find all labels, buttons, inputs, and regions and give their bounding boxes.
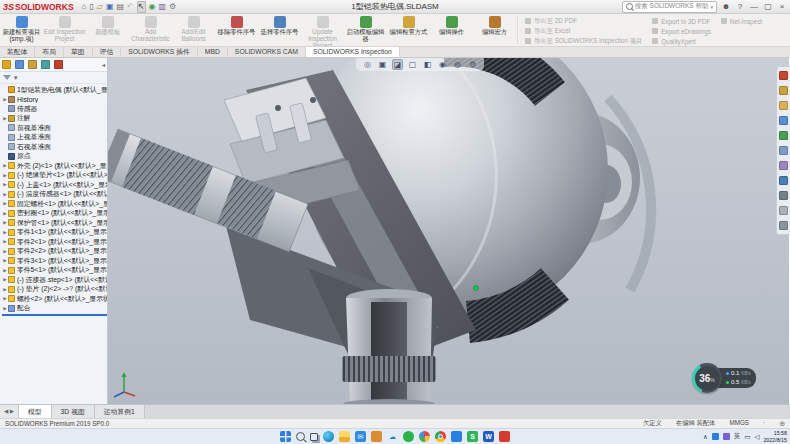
orientation-triad[interactable]	[111, 370, 137, 398]
update-inspection-project-button[interactable]: Update Inspection Project	[301, 14, 344, 46]
dimxpertmanager-tab[interactable]	[41, 60, 50, 69]
configurationmanager-tab[interactable]	[28, 60, 37, 69]
model-tab[interactable]: 模型	[19, 405, 52, 418]
tree-item[interactable]: ▶ (-) 垫片 (2)<2> ->? (默认<<默认>	[2, 285, 107, 295]
tree-rollback-bar[interactable]	[2, 314, 107, 316]
edge-icon[interactable]	[323, 431, 334, 442]
home-icon[interactable]: ⌂	[82, 2, 87, 12]
edit-appearance-icon[interactable]: ◍	[452, 59, 463, 70]
tree-item[interactable]: ▶ 零件2<2> (默认<<默认>_显示状态	[2, 247, 107, 257]
search-dropdown-icon[interactable]: ▾	[710, 4, 713, 10]
tree-item[interactable]: 上视基准面	[2, 133, 107, 143]
help-button[interactable]: ?	[735, 2, 745, 11]
rebuild-icon[interactable]: ◉	[149, 2, 156, 12]
tree-item[interactable]: ▶ 保护管<1> (默认<<默认>_显示状	[2, 218, 107, 228]
options-gear-icon[interactable]: ⚙	[169, 2, 176, 12]
onedrive-icon[interactable]: ☁	[387, 431, 398, 442]
edit-operation-button[interactable]: 编辑操作	[430, 14, 473, 46]
panel-collapse-icon[interactable]: ◂	[102, 61, 105, 68]
featuremanager-tab[interactable]	[2, 60, 11, 69]
tree-item[interactable]: 传感器	[2, 104, 107, 114]
design-library-tab[interactable]	[779, 86, 788, 95]
view-orientation-icon[interactable]: ▢	[407, 59, 418, 70]
hide-show-items-icon[interactable]: ◉	[437, 59, 448, 70]
save-icon[interactable]: ▣	[106, 2, 114, 12]
tab-mbd[interactable]: MBD	[198, 47, 228, 57]
tree-item[interactable]: ▶ 配合	[2, 304, 107, 314]
help-search-box[interactable]: 搜索 SOLIDWORKS 帮助 ▾	[622, 1, 717, 13]
tab-layout[interactable]: 布局	[35, 47, 64, 57]
tab-evaluate[interactable]: 评估	[93, 47, 122, 57]
launch-template-editor-button[interactable]: 启动模板编辑器	[344, 14, 387, 46]
color-wheel-app-icon[interactable]	[419, 431, 430, 442]
edit-inspection-project-button[interactable]: Edit Inspection Project	[43, 14, 86, 46]
zoom-fit-icon[interactable]: ◎	[362, 59, 373, 70]
office-red-app-icon[interactable]	[499, 431, 510, 442]
tree-item[interactable]: 右视基准面	[2, 142, 107, 152]
tree-item[interactable]: ▶ (-) 温度传感器<1> (默认<<默认>_	[2, 190, 107, 200]
tree-item[interactable]: ▶ 零件5<1> (默认<<默认>_显示状态	[2, 266, 107, 276]
volume-tray-icon[interactable]: ◁	[754, 433, 759, 441]
tree-item[interactable]: ▶ 密封圈<1> (默认<<默认>_显示状	[2, 209, 107, 219]
display-tray-icon[interactable]: ▭	[744, 433, 750, 441]
new-template-button[interactable]: 新建模板	[86, 14, 129, 46]
display-style-icon[interactable]: ◧	[422, 59, 433, 70]
file-properties-icon[interactable]: ▥	[159, 2, 167, 12]
restore-button[interactable]: ▢	[763, 2, 773, 11]
tree-item[interactable]: ▶ 注解	[2, 114, 107, 124]
filter-icon[interactable]	[3, 75, 11, 80]
tray-app-blue-icon[interactable]	[712, 433, 719, 440]
start-button[interactable]	[280, 431, 291, 442]
tree-item[interactable]: ▶ 零件1<1> (默认<<默认>_显示状态	[2, 228, 107, 238]
forum-tab[interactable]	[779, 176, 788, 185]
tree-item[interactable]: 前视基准面	[2, 123, 107, 133]
propertymanager-tab[interactable]	[15, 60, 24, 69]
tree-item[interactable]: 原点	[2, 152, 107, 162]
appearances-tab[interactable]	[779, 131, 788, 140]
tree-item[interactable]: ▶ 螺栓<2> (默认<<默认>_显示状态	[2, 294, 107, 304]
tree-item[interactable]: ▶ History	[2, 95, 107, 105]
filter-caret-icon[interactable]: ▾	[14, 74, 17, 82]
usage-gauge[interactable]: 36 %	[692, 363, 722, 393]
inspection-pane-tab[interactable]	[779, 191, 788, 200]
status-globe-icon[interactable]: ⊕	[779, 420, 785, 428]
tray-chevron-icon[interactable]: ∧	[703, 433, 708, 441]
taskbar-clock[interactable]: 15:58 2022/8/15	[763, 430, 787, 443]
pane-tab-11[interactable]	[779, 221, 788, 230]
scene-settings-icon[interactable]: ⚙	[467, 59, 478, 70]
tree-item[interactable]: ▶ 零件2<1> (默认<<默认>_显示状态	[2, 237, 107, 247]
s-app-icon[interactable]: S	[467, 431, 478, 442]
undo-icon[interactable]: ↶	[127, 2, 134, 12]
tree-item[interactable]: ▶ 固定螺栓<1> (默认<<默认>_显示	[2, 199, 107, 209]
custom-properties-tab[interactable]	[779, 161, 788, 170]
ime-indicator[interactable]: 英	[734, 432, 741, 441]
login-icon[interactable]: ☻	[721, 2, 731, 11]
displaymanager-tab[interactable]	[54, 60, 63, 69]
tree-item[interactable]: ▶ (-) 绝缘垫片<1> (默认<<默认>_显	[2, 171, 107, 181]
add-edit-balloons-button[interactable]: Add/Edit Balloons	[172, 14, 215, 46]
file-explorer-icon[interactable]	[339, 431, 350, 442]
tab-assembly[interactable]: 装配体	[0, 47, 35, 57]
tab-sw-inspection[interactable]: SOLIDWORKS Inspection	[306, 47, 400, 57]
pane-tab-10[interactable]	[779, 206, 788, 215]
remove-balloon-button[interactable]: 移除零件序号	[215, 14, 258, 46]
tree-root-item[interactable]: 1型铠装热电偶 (默认<默认_显示状态-1	[2, 85, 107, 95]
search-button[interactable]	[296, 432, 305, 441]
sw-resources-tab[interactable]	[779, 71, 788, 80]
folder-app-icon[interactable]	[371, 431, 382, 442]
tab-sw-cam[interactable]: SOLIDWORKS CAM	[228, 47, 306, 57]
mail-icon[interactable]: ✉	[355, 431, 366, 442]
edit-macro-button[interactable]: 编辑宏方	[473, 14, 516, 46]
minimize-button[interactable]: —	[749, 2, 759, 11]
scenes-tab[interactable]	[779, 146, 788, 155]
tab-sketch[interactable]: 草图	[64, 47, 93, 57]
edit-inspection-method-button[interactable]: 编辑检查方式	[387, 14, 430, 46]
tab-scroll-arrows[interactable]: ◀ ▶	[0, 405, 19, 418]
tree-item[interactable]: ▶ 外壳 (2)<1> (默认<<默认>_显示状	[2, 161, 107, 171]
select-balloon-button[interactable]: 选择零件序号	[258, 14, 301, 46]
tree-item[interactable]: ▶ (-) 连接器.step<1> (默认<<默认>_	[2, 275, 107, 285]
close-button[interactable]: ×	[777, 2, 787, 11]
motion-study-tab[interactable]: 运动算例1	[95, 405, 145, 418]
select-cursor-icon[interactable]: ↖	[137, 1, 146, 13]
task-view-button[interactable]	[310, 433, 318, 441]
